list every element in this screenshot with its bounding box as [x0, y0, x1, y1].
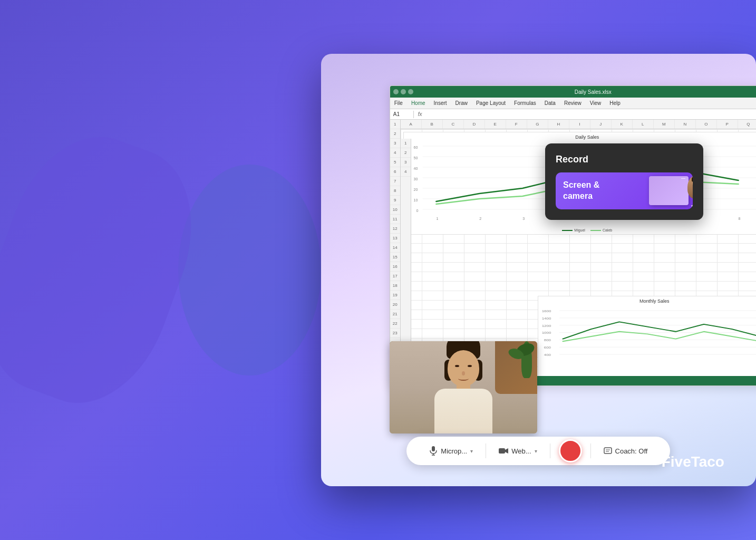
svg-text:400: 400: [544, 353, 551, 356]
col-header-h: H: [548, 120, 569, 129]
brand-text: FiveTaco: [662, 454, 724, 470]
titlebar-maximize[interactable]: [408, 89, 413, 94]
record-button[interactable]: [559, 439, 582, 462]
svg-text:800: 800: [544, 339, 551, 342]
svg-text:1400: 1400: [541, 317, 551, 320]
svg-text:8: 8: [738, 217, 740, 221]
excel-col-headers: A B C D E F G H I J K L M N O P Q: [401, 120, 756, 129]
titlebar-minimize[interactable]: [401, 89, 406, 94]
camera-button[interactable]: Web... ▾: [495, 444, 541, 458]
svg-text:600: 600: [544, 346, 551, 349]
record-popup[interactable]: Record Screen & camera: [545, 143, 703, 220]
col-header-i: I: [569, 120, 590, 129]
col-header-a: A: [401, 120, 422, 129]
ribbon-help[interactable]: Help: [609, 100, 621, 106]
svg-text:40: 40: [413, 167, 418, 171]
svg-marker-44: [505, 448, 508, 454]
svg-text:0: 0: [416, 209, 418, 213]
ribbon-view[interactable]: View: [590, 100, 602, 106]
legend-caleb: Caleb: [590, 228, 612, 232]
webcam-overlay: [390, 341, 537, 433]
ribbon-home[interactable]: Home: [411, 100, 425, 106]
row-header-14: 14: [390, 243, 400, 253]
coach-label: Coach: Off: [615, 447, 648, 455]
record-option-label: Screen & camera: [563, 180, 685, 202]
excel-formula-bar: A1 fx: [390, 109, 756, 120]
formula-fx: fx: [418, 111, 422, 117]
excel-ribbon: File Home Insert Draw Page Layout Formul…: [390, 98, 756, 109]
camera-icon: [499, 447, 508, 455]
cell-row-2: 2: [401, 148, 411, 158]
recording-toolbar: Microp... ▾ Web... ▾ Coach: Off: [406, 437, 670, 465]
row-header-1: 1: [390, 120, 400, 129]
daily-sales-title: Daily Sales: [404, 132, 756, 141]
svg-text:2: 2: [479, 217, 481, 221]
svg-text:50: 50: [413, 156, 418, 160]
record-popup-title: Record: [556, 154, 693, 165]
row-header-23: 23: [390, 329, 400, 338]
row-header-22: 22: [390, 319, 400, 329]
svg-rect-40: [432, 446, 435, 451]
row-header-3: 3: [390, 139, 400, 148]
fivetaco-brand: FiveTaco: [662, 454, 724, 470]
row-header-11: 11: [390, 215, 400, 224]
ribbon-data[interactable]: Data: [545, 100, 556, 106]
col-header-q: Q: [738, 120, 756, 129]
svg-text:30: 30: [413, 177, 418, 181]
row-header-7: 7: [390, 177, 400, 186]
ribbon-file[interactable]: File: [394, 100, 403, 106]
row-header-12: 12: [390, 224, 400, 234]
titlebar-close[interactable]: [393, 89, 399, 94]
cam-chevron-icon: ▾: [535, 448, 537, 454]
microphone-icon: [429, 446, 438, 456]
cell-row-4: 4: [401, 167, 411, 177]
ribbon-draw[interactable]: Draw: [455, 100, 468, 106]
coach-button[interactable]: Coach: Off: [599, 443, 652, 458]
wc-mouth: [458, 377, 469, 381]
col-header-c: C: [443, 120, 464, 129]
ribbon-formulas[interactable]: Formulas: [514, 100, 536, 106]
col-header-l: L: [633, 120, 654, 129]
excel-title: Daily Sales.xlsx: [575, 89, 612, 95]
cell-row-3: 3: [401, 158, 411, 167]
row-header-10: 10: [390, 205, 400, 215]
wc-eye-right: [468, 365, 472, 367]
legend-dot-caleb: [590, 230, 601, 231]
col-header-g: G: [527, 120, 548, 129]
legend-label-caleb: Caleb: [603, 228, 612, 232]
wc-nose: [462, 371, 465, 375]
wc-body: [434, 389, 492, 433]
svg-text:10: 10: [413, 198, 418, 202]
row-header-18: 18: [390, 281, 400, 291]
camera-label: Web...: [511, 447, 531, 455]
toolbar-divider-2: [550, 443, 550, 458]
col-header-n: N: [675, 120, 696, 129]
col-header-b: B: [422, 120, 443, 129]
preview-minimize-icon: [681, 178, 685, 179]
row-header-21: 21: [390, 310, 400, 319]
ribbon-insert[interactable]: Insert: [434, 100, 447, 106]
row-header-9: 9: [390, 196, 400, 205]
record-option-screen-camera[interactable]: Screen & camera: [556, 172, 693, 209]
toolbar-divider-1: [486, 443, 486, 458]
col-header-d: D: [464, 120, 485, 129]
row-header-16: 16: [390, 262, 400, 272]
row-header-6: 6: [390, 167, 400, 177]
svg-text:60: 60: [413, 146, 418, 150]
row-header-4: 4: [390, 148, 400, 158]
main-window: Daily Sales.xlsx File Home Insert Draw P…: [321, 54, 756, 486]
svg-rect-43: [499, 448, 505, 454]
col-header-k: K: [612, 120, 633, 129]
row-header-5: 5: [390, 158, 400, 167]
ribbon-pagelayout[interactable]: Page Layout: [476, 100, 506, 106]
monthly-sales-title: Monthly Sales: [538, 296, 756, 305]
mic-chevron-icon: ▾: [470, 448, 473, 454]
col-header-j: J: [590, 120, 612, 129]
legend-dot-miguel: [562, 230, 573, 231]
ribbon-review[interactable]: Review: [564, 100, 581, 106]
col-header-m: M: [654, 120, 675, 129]
svg-text:20: 20: [413, 188, 418, 192]
svg-text:1600: 1600: [541, 310, 551, 313]
microphone-button[interactable]: Microp... ▾: [425, 443, 477, 459]
legend-miguel: Miguel: [562, 228, 585, 232]
